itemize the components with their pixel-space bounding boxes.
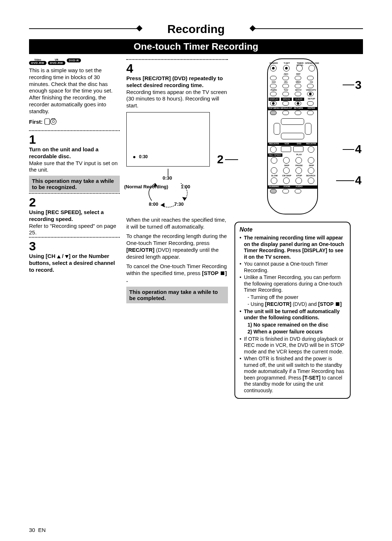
label-recotr2: REC/OTR — [305, 143, 317, 145]
num-7-button[interactable] — [270, 92, 277, 96]
audio-button[interactable] — [295, 189, 301, 193]
open-button[interactable] — [309, 65, 315, 71]
step-2-head: Using [REC SPEED], select a recording sp… — [29, 209, 120, 223]
cmskip-button[interactable] — [283, 177, 290, 184]
note-list: The unit will be turned off automaticall… — [240, 308, 346, 321]
dvd-button[interactable] — [293, 146, 303, 152]
nav-right[interactable] — [305, 123, 311, 135]
pause-button[interactable] — [295, 167, 302, 174]
num-0-button[interactable] — [282, 101, 289, 106]
step-3-head: Using [CH / ] or the Number buttons, sel… — [29, 253, 120, 273]
label-audio: AUDIO — [294, 185, 304, 188]
timer-button[interactable] — [296, 65, 303, 71]
dubbing-button[interactable] — [270, 189, 277, 193]
middle-column: 4 Press [REC/OTR] (DVD) repeatedly to se… — [126, 58, 228, 399]
label-enter: ENTER — [306, 107, 317, 109]
num-1-button[interactable] — [270, 76, 277, 80]
down-arrow-icon — [65, 255, 69, 258]
enter-button[interactable] — [307, 111, 314, 115]
mid-text-1: When the unit reaches the specified time… — [126, 217, 228, 230]
videotv-button[interactable] — [307, 92, 314, 96]
return-button[interactable] — [295, 111, 301, 115]
label-skip2: SKIP — [306, 164, 317, 167]
callout-3: 3 — [355, 78, 362, 92]
slow-button[interactable] — [271, 177, 277, 184]
recotr-vcr-button[interactable] — [270, 146, 277, 153]
nav-left[interactable] — [274, 123, 280, 135]
note-item: Unlike a Timer Recording, you can perfor… — [240, 274, 346, 294]
clear-button[interactable] — [295, 101, 301, 106]
badge-pill: DVD-RW — [48, 61, 65, 65]
skipback-button[interactable] — [283, 167, 290, 174]
label-slow: SLOW — [269, 175, 279, 177]
title-section: Recording — [29, 22, 363, 38]
label-wxyz: WXYZ — [293, 89, 303, 91]
nav-down[interactable] — [281, 133, 304, 139]
label-topmenu: TOP MENU — [268, 107, 280, 109]
num-4-button[interactable] — [270, 84, 277, 88]
cycle-top: 0:30 — [163, 175, 172, 181]
rec-indicator-icon — [133, 156, 135, 158]
label-jkl: JKL — [281, 81, 291, 83]
play-button[interactable] — [295, 157, 302, 164]
topmenu-button[interactable] — [270, 111, 277, 115]
power-button[interactable] — [270, 65, 277, 71]
tv-screen-illustration: 0:30 — [126, 112, 210, 167]
tset-button[interactable] — [283, 65, 290, 71]
svg-text:DVD: DVD — [51, 118, 55, 120]
setup-button[interactable] — [307, 101, 314, 106]
tv-time-text: 0:30 — [139, 154, 148, 159]
note-item: If OTR is finished in DVD during playbac… — [240, 336, 346, 355]
note-sub: - Turning off the power — [240, 294, 346, 301]
num-9-button[interactable] — [295, 92, 301, 96]
callout-3-line — [343, 85, 354, 85]
callout-4a: 4 — [355, 143, 362, 156]
callout-2: 2 — [217, 153, 224, 166]
step-2-num: 2 — [29, 196, 120, 208]
first-label: First: — [29, 119, 43, 125]
display-button[interactable] — [270, 101, 277, 106]
step-2-body: Refer to "Recording speed" on page 25. — [29, 223, 120, 237]
recspeed-button[interactable] — [271, 157, 277, 164]
ch-down-button[interactable] — [307, 84, 314, 88]
note-list: If OTR is finished in DVD during playbac… — [240, 336, 346, 394]
skipfwd-button[interactable] — [308, 167, 314, 174]
search-button[interactable] — [308, 177, 314, 184]
cycle-normal-label: (Normal Recording) — [124, 184, 168, 189]
title-rule-right — [254, 28, 363, 29]
x-button[interactable] — [271, 167, 277, 174]
num-2-button[interactable] — [282, 76, 289, 80]
ch-up-button[interactable] — [307, 76, 314, 80]
num-6-button[interactable] — [295, 84, 301, 88]
note-sub: - Using [REC/OTR] (DVD) and [STOP ] — [240, 301, 346, 308]
label-clear: CLEAR — [293, 98, 304, 101]
zoom-button[interactable] — [282, 189, 289, 193]
vcr-button[interactable] — [281, 146, 291, 152]
badge-pill: DVD-RW — [29, 61, 46, 65]
label-space: SPACE — [281, 98, 292, 101]
label-cmskip: CM SKIP — [281, 175, 293, 177]
step-4-num: 4 — [126, 62, 228, 74]
page-lang: EN — [38, 527, 46, 533]
divider — [29, 237, 120, 238]
up-arrow-icon — [57, 255, 61, 258]
note-item: The unit will be turned off automaticall… — [240, 308, 346, 321]
stop-button[interactable] — [295, 177, 302, 184]
label-abc: ABC — [281, 73, 291, 75]
num-8-button[interactable] — [282, 92, 289, 96]
nav-up[interactable] — [281, 118, 304, 125]
badge-top: Video — [34, 58, 41, 61]
label-tset: T-SET — [282, 62, 292, 64]
rew-button[interactable] — [283, 157, 290, 164]
label-play: PLAY — [294, 153, 304, 156]
stop-icon — [221, 271, 224, 275]
num-3-button[interactable] — [295, 76, 301, 80]
label-pause: PAUSE — [294, 164, 304, 167]
ff-button[interactable] — [308, 157, 314, 164]
badge-pill: DVD-R — [67, 58, 81, 62]
badge-dvdr: DVD-R — [67, 58, 81, 65]
recotr-dvd-button[interactable] — [308, 146, 314, 153]
menulist-button[interactable] — [282, 111, 289, 115]
label-display: DISPLAY — [269, 98, 279, 101]
num-5-button[interactable] — [282, 84, 289, 88]
